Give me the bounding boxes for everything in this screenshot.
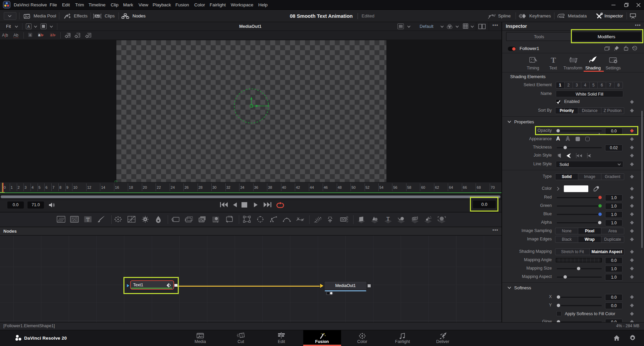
svg-text:T: T [551,56,556,64]
svg-text:T: T [86,217,89,222]
svg-text:T: T [386,216,390,222]
